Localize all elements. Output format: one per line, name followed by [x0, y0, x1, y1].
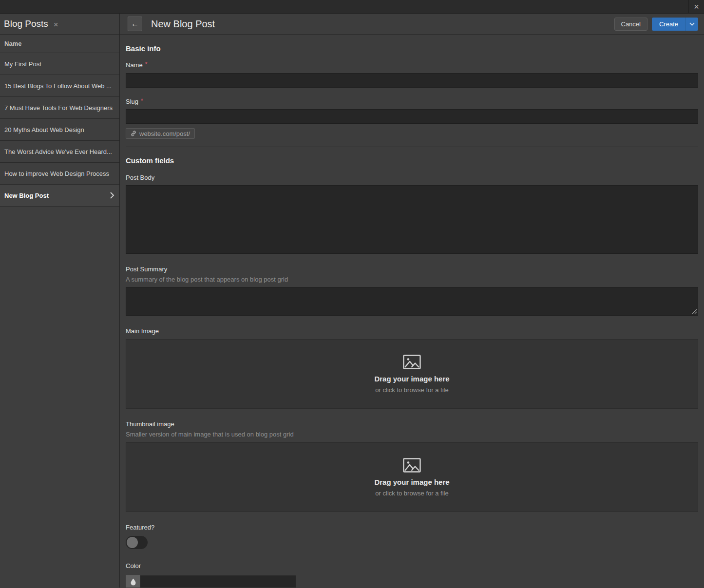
blog-post-list: My First Post 15 Best Blogs To Follow Ab… [0, 53, 119, 207]
list-item-label: 7 Must Have Tools For Web Designers [4, 104, 113, 112]
main-image-dropzone[interactable]: Drag your image here or click to browse … [126, 339, 698, 409]
name-label: Name * [126, 61, 698, 69]
required-asterisk: * [145, 61, 148, 68]
dropzone-title: Drag your image here [374, 375, 449, 383]
list-item-selected[interactable]: New Blog Post [0, 185, 119, 207]
create-split-button: Create [652, 18, 698, 31]
create-dropdown-button[interactable] [686, 18, 698, 31]
section-heading-basic-info: Basic info [126, 44, 698, 53]
new-blog-post-panel: ← New Blog Post Cancel Create Basic info [120, 14, 704, 588]
dropzone-subtitle: or click to browse for a file [375, 490, 448, 497]
color-swatch-button[interactable] [126, 575, 140, 588]
page-title: New Blog Post [151, 19, 215, 30]
close-icon: × [694, 2, 699, 11]
color-picker-field[interactable] [126, 575, 296, 588]
post-summary-label: Post Summary [126, 266, 698, 273]
list-item[interactable]: 15 Best Blogs To Follow About Web ... [0, 75, 119, 97]
list-item[interactable]: My First Post [0, 53, 119, 75]
section-heading-custom-fields: Custom fields [126, 156, 698, 165]
list-item-label: New Blog Post [4, 192, 49, 199]
back-button[interactable]: ← [128, 17, 142, 31]
dropzone-title: Drag your image here [374, 478, 449, 486]
slug-input[interactable] [126, 109, 698, 124]
post-body-label: Post Body [126, 174, 698, 181]
slug-prefix-text: website.com/post/ [139, 130, 190, 137]
titlebar: × [0, 0, 704, 14]
color-label: Color [126, 562, 698, 569]
panel-header: Blog Posts × [0, 14, 119, 35]
section-divider [126, 147, 698, 147]
name-input[interactable] [126, 73, 698, 88]
required-asterisk: * [141, 98, 143, 104]
featured-label: Featured? [126, 524, 698, 531]
thumbnail-image-dropzone[interactable]: Drag your image here or click to browse … [126, 442, 698, 512]
list-item-label: 20 Myths About Web Design [4, 126, 84, 133]
link-icon [131, 131, 136, 136]
chevron-down-icon [689, 22, 695, 26]
post-body-textarea[interactable] [126, 185, 698, 254]
list-item-label: The Worst Advice We've Ever Heard... [4, 148, 112, 155]
color-value-input[interactable] [140, 575, 296, 588]
list-item-label: How to improve Web Design Process [4, 170, 109, 177]
image-icon [403, 355, 421, 369]
list-item[interactable]: 20 Myths About Web Design [0, 119, 119, 141]
panel-close-icon[interactable]: × [54, 19, 58, 29]
column-header-name: Name [0, 35, 119, 53]
post-summary-help: A summary of the blog post that appears … [126, 276, 698, 283]
thumbnail-image-label: Thumbnail image [126, 420, 698, 428]
post-summary-textarea[interactable] [126, 287, 698, 316]
droplet-icon [131, 578, 136, 586]
blog-posts-panel: Blog Posts × Name My First Post 15 Best … [0, 14, 120, 588]
list-item-label: My First Post [4, 60, 41, 68]
toggle-knob [127, 537, 138, 548]
panel-toolbar: ← New Blog Post Cancel Create [120, 14, 704, 35]
list-item[interactable]: The Worst Advice We've Ever Heard... [0, 141, 119, 163]
thumbnail-image-help: Smaller version of main image that is us… [126, 431, 698, 438]
create-button[interactable]: Create [652, 18, 686, 31]
app-window: × Blog Posts × Name My First Post 15 Bes… [0, 0, 704, 588]
slug-url-preview: website.com/post/ [126, 128, 195, 139]
chevron-right-icon [110, 192, 114, 199]
slug-label: Slug * [126, 98, 698, 105]
window-close-button[interactable]: × [688, 0, 704, 13]
dropzone-subtitle: or click to browse for a file [375, 386, 448, 394]
back-arrow-icon: ← [131, 20, 139, 28]
featured-toggle[interactable] [126, 536, 148, 549]
cancel-button[interactable]: Cancel [614, 18, 647, 31]
list-item-label: 15 Best Blogs To Follow About Web ... [4, 82, 112, 90]
main-image-label: Main Image [126, 327, 698, 335]
list-item[interactable]: 7 Must Have Tools For Web Designers [0, 97, 119, 119]
panel-title: Blog Posts [4, 19, 48, 29]
form-content: Basic info Name * Slug * website.com/pos… [120, 35, 704, 588]
list-item[interactable]: How to improve Web Design Process [0, 163, 119, 185]
image-icon [403, 458, 421, 473]
